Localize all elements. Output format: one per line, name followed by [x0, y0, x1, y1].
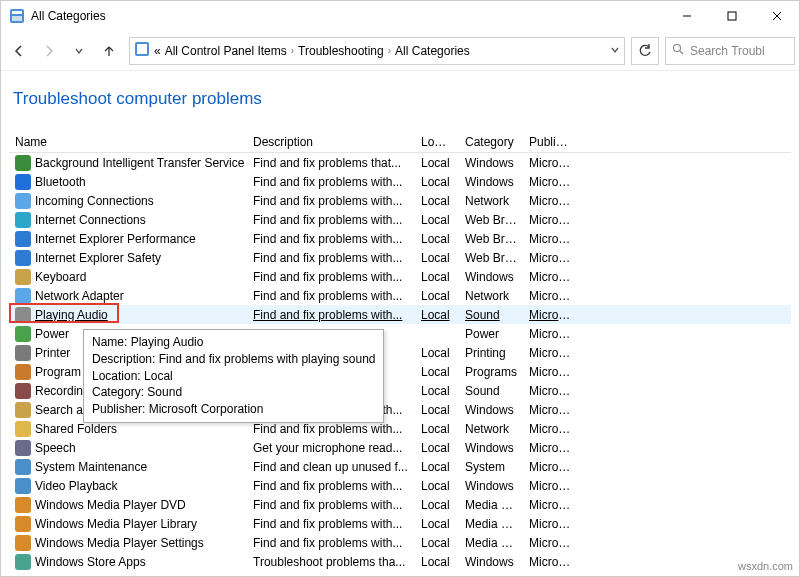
breadcrumb-item[interactable]: All Categories: [395, 44, 470, 58]
row-category: Programs: [459, 365, 523, 379]
troubleshooter-icon: [15, 440, 31, 456]
recent-dropdown[interactable]: [65, 37, 93, 65]
row-category: Power: [459, 327, 523, 341]
table-row[interactable]: Playing AudioFind and fix problems with.…: [9, 305, 791, 324]
row-location: Local: [415, 536, 459, 550]
row-publisher: Microso...: [523, 251, 579, 265]
row-location: Local: [415, 194, 459, 208]
col-description[interactable]: Description: [247, 135, 415, 149]
row-location: Local: [415, 422, 459, 436]
row-description: Find and fix problems with...: [247, 251, 415, 265]
table-row[interactable]: KeyboardFind and fix problems with...Loc…: [9, 267, 791, 286]
row-category: Sound: [459, 308, 523, 322]
row-publisher: Microso...: [523, 422, 579, 436]
table-row[interactable]: Video PlaybackFind and fix problems with…: [9, 476, 791, 495]
row-location: Local: [415, 384, 459, 398]
watermark: wsxdn.com: [738, 560, 793, 572]
content: Troubleshoot computer problems Name Desc…: [1, 71, 799, 571]
forward-button[interactable]: [35, 37, 63, 65]
row-category: Windows: [459, 175, 523, 189]
table-row[interactable]: Windows Store AppsTroubleshoot problems …: [9, 552, 791, 571]
app-icon: [9, 8, 25, 24]
row-category: Media P...: [459, 498, 523, 512]
row-category: Windows: [459, 479, 523, 493]
table-row[interactable]: Network AdapterFind and fix problems wit…: [9, 286, 791, 305]
table-row[interactable]: Internet Explorer SafetyFind and fix pro…: [9, 248, 791, 267]
search-input[interactable]: Search Troubl: [665, 37, 795, 65]
row-description: Find and fix problems with...: [247, 175, 415, 189]
table-row[interactable]: BluetoothFind and fix problems with...Lo…: [9, 172, 791, 191]
row-publisher: Microso...: [523, 346, 579, 360]
row-location: Local: [415, 498, 459, 512]
table-row[interactable]: Windows Media Player SettingsFind and fi…: [9, 533, 791, 552]
table-row[interactable]: System MaintenanceFind and clean up unus…: [9, 457, 791, 476]
row-publisher: Microso...: [523, 479, 579, 493]
row-description: Find and fix problems with...: [247, 422, 415, 436]
row-name: Incoming Connections: [35, 194, 154, 208]
row-location: Local: [415, 213, 459, 227]
row-name: Printer: [35, 346, 70, 360]
troubleshooter-icon: [15, 459, 31, 475]
titlebar: All Categories: [1, 1, 799, 31]
troubleshooter-icon: [15, 497, 31, 513]
row-category: Windows: [459, 156, 523, 170]
table-row[interactable]: Windows Media Player DVDFind and fix pro…: [9, 495, 791, 514]
search-icon: [672, 43, 684, 58]
tooltip-line: Category: Sound: [92, 384, 375, 401]
row-publisher: Microso...: [523, 194, 579, 208]
col-location[interactable]: Locat...: [415, 135, 459, 149]
address-dropdown[interactable]: [610, 44, 620, 58]
row-name: Network Adapter: [35, 289, 124, 303]
minimize-button[interactable]: [664, 1, 709, 31]
row-location: Local: [415, 156, 459, 170]
row-location: Local: [415, 346, 459, 360]
chevron-right-icon: ›: [386, 45, 393, 56]
row-name: Windows Media Player Settings: [35, 536, 204, 550]
troubleshooter-icon: [15, 193, 31, 209]
troubleshooter-icon: [15, 269, 31, 285]
row-publisher: Microso...: [523, 327, 579, 341]
search-placeholder: Search Troubl: [690, 44, 765, 58]
col-name[interactable]: Name: [9, 135, 247, 149]
close-button[interactable]: [754, 1, 799, 31]
col-category[interactable]: Category: [459, 135, 523, 149]
row-description: Troubleshoot problems tha...: [247, 555, 415, 569]
maximize-button[interactable]: [709, 1, 754, 31]
row-name: Power: [35, 327, 69, 341]
row-name: Speech: [35, 441, 76, 455]
row-publisher: Microso...: [523, 175, 579, 189]
row-category: Printing: [459, 346, 523, 360]
svg-rect-2: [12, 16, 22, 21]
table-row[interactable]: Windows Media Player LibraryFind and fix…: [9, 514, 791, 533]
troubleshooter-icon: [15, 383, 31, 399]
col-publisher[interactable]: Publisher: [523, 135, 579, 149]
page-title: Troubleshoot computer problems: [13, 89, 791, 109]
row-name: Shared Folders: [35, 422, 117, 436]
refresh-button[interactable]: [631, 37, 659, 65]
row-name: Bluetooth: [35, 175, 86, 189]
row-category: System: [459, 460, 523, 474]
table-row[interactable]: Internet Explorer PerformanceFind and fi…: [9, 229, 791, 248]
table-row[interactable]: Internet ConnectionsFind and fix problem…: [9, 210, 791, 229]
row-category: Windows: [459, 403, 523, 417]
up-button[interactable]: [95, 37, 123, 65]
window: All Categories « All Control Panel Items…: [0, 0, 800, 577]
row-category: Web Bro...: [459, 213, 523, 227]
table-row[interactable]: SpeechGet your microphone read...LocalWi…: [9, 438, 791, 457]
address-bar[interactable]: « All Control Panel Items › Troubleshoot…: [129, 37, 625, 65]
troubleshooter-icon: [15, 231, 31, 247]
column-headers: Name Description Locat... Category Publi…: [9, 131, 791, 153]
row-category: Windows: [459, 441, 523, 455]
table-row[interactable]: Background Intelligent Transfer ServiceF…: [9, 153, 791, 172]
row-description: Find and fix problems with...: [247, 308, 415, 322]
row-category: Windows: [459, 555, 523, 569]
breadcrumb-item[interactable]: All Control Panel Items: [165, 44, 287, 58]
row-name: Internet Explorer Performance: [35, 232, 196, 246]
back-button[interactable]: [5, 37, 33, 65]
row-description: Find and fix problems with...: [247, 232, 415, 246]
breadcrumb-item[interactable]: Troubleshooting: [298, 44, 384, 58]
tooltip-line: Name: Playing Audio: [92, 334, 375, 351]
table-row[interactable]: Incoming ConnectionsFind and fix problem…: [9, 191, 791, 210]
row-name: Internet Explorer Safety: [35, 251, 161, 265]
tooltip-line: Publisher: Microsoft Corporation: [92, 401, 375, 418]
